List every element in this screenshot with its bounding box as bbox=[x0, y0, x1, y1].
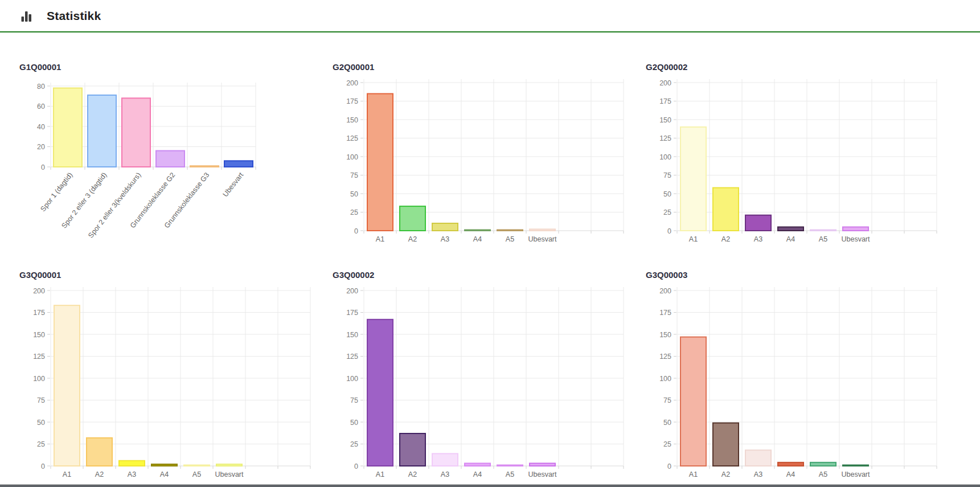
svg-text:100: 100 bbox=[659, 153, 671, 161]
chart-canvas-G2Q00001: 0255075100125150175200A1A2A3A4A5Ubesvart bbox=[333, 76, 629, 247]
x-label-G2Q00002-A3: A3 bbox=[754, 235, 762, 243]
svg-text:100: 100 bbox=[346, 153, 358, 161]
svg-text:125: 125 bbox=[33, 353, 45, 361]
statistics-content: G1Q00001020406080Spor 1 (dagtid)Spor 2 e… bbox=[0, 32, 980, 482]
bar-G3Q00003-A1 bbox=[680, 337, 706, 466]
x-label-G2Q00002-Ubesvart: Ubesvart bbox=[841, 235, 870, 243]
svg-text:125: 125 bbox=[659, 353, 671, 361]
bar-chart-icon bbox=[19, 9, 33, 23]
svg-text:0: 0 bbox=[667, 463, 671, 470]
x-label-G3Q00002-A5: A5 bbox=[506, 470, 514, 478]
bar-G3Q00001-A2 bbox=[87, 438, 112, 466]
bar-G2Q00002-A1 bbox=[680, 127, 706, 231]
x-label-G3Q00003-A4: A4 bbox=[786, 470, 795, 478]
bar-G1Q00001-Spor 2 eller 3 (dagtid) bbox=[88, 95, 116, 167]
bar-G3Q00002-A4 bbox=[465, 463, 490, 466]
x-label-G3Q00002-A2: A2 bbox=[408, 470, 417, 478]
svg-text:75: 75 bbox=[663, 396, 671, 404]
x-label-G2Q00001-A4: A4 bbox=[473, 235, 482, 243]
bar-G2Q00001-A4 bbox=[465, 230, 490, 231]
x-label-G2Q00002-A2: A2 bbox=[721, 235, 730, 243]
chart-title: G3Q00002 bbox=[333, 270, 629, 284]
svg-text:200: 200 bbox=[659, 79, 671, 87]
svg-text:75: 75 bbox=[350, 396, 358, 404]
svg-text:50: 50 bbox=[663, 419, 671, 427]
bar-G3Q00003-A4 bbox=[778, 463, 803, 466]
chart-canvas-G2Q00002: 0255075100125150175200A1A2A3A4A5Ubesvart bbox=[646, 76, 942, 247]
x-label-G3Q00003-A5: A5 bbox=[819, 470, 827, 478]
x-label-G3Q00002-Ubesvart: Ubesvart bbox=[528, 470, 557, 478]
app-header: Statistikk bbox=[0, 0, 980, 32]
charts-grid: G1Q00001020406080Spor 1 (dagtid)Spor 2 e… bbox=[19, 62, 980, 482]
svg-text:175: 175 bbox=[346, 309, 358, 317]
chart-canvas-G1Q00001: 020406080Spor 1 (dagtid)Spor 2 eller 3 (… bbox=[19, 76, 315, 249]
bar-G3Q00002-A1 bbox=[367, 320, 393, 466]
bar-G3Q00002-A3 bbox=[432, 453, 458, 466]
bar-G3Q00001-Ubesvart bbox=[216, 464, 242, 466]
svg-text:50: 50 bbox=[663, 190, 671, 198]
bar-G2Q00001-Ubesvart bbox=[530, 229, 555, 231]
svg-text:25: 25 bbox=[350, 440, 358, 448]
svg-text:0: 0 bbox=[41, 163, 45, 171]
chart-title: G3Q00003 bbox=[646, 270, 942, 284]
chart-title: G2Q00001 bbox=[333, 62, 629, 76]
x-label-G3Q00001-Ubesvart: Ubesvart bbox=[215, 470, 244, 478]
svg-text:50: 50 bbox=[350, 190, 358, 198]
x-label-G3Q00003-A1: A1 bbox=[689, 470, 698, 478]
svg-text:40: 40 bbox=[37, 123, 45, 131]
bar-G1Q00001-Spor 2 eller 3(kveldskurs) bbox=[122, 98, 150, 167]
svg-text:75: 75 bbox=[37, 396, 45, 404]
svg-text:0: 0 bbox=[667, 227, 671, 235]
x-label-G3Q00001-A1: A1 bbox=[63, 470, 71, 478]
svg-text:0: 0 bbox=[354, 227, 358, 235]
svg-text:75: 75 bbox=[663, 171, 671, 179]
svg-text:200: 200 bbox=[346, 287, 358, 295]
svg-text:200: 200 bbox=[659, 287, 671, 295]
svg-text:175: 175 bbox=[346, 97, 358, 105]
x-label-G2Q00001-A5: A5 bbox=[506, 235, 514, 243]
chart-title: G2Q00002 bbox=[646, 62, 942, 76]
x-label-G3Q00001-A5: A5 bbox=[192, 470, 201, 478]
bar-G1Q00001-Ubesvart bbox=[224, 161, 253, 167]
x-label-G2Q00001-Ubesvart: Ubesvart bbox=[528, 235, 557, 243]
svg-text:175: 175 bbox=[659, 97, 671, 105]
x-label-G3Q00003-A3: A3 bbox=[754, 470, 762, 478]
bar-G2Q00001-A2 bbox=[400, 206, 425, 231]
svg-text:175: 175 bbox=[33, 309, 45, 317]
svg-text:25: 25 bbox=[663, 208, 671, 216]
chart-card-G2Q00001: G2Q000010255075100125150175200A1A2A3A4A5… bbox=[333, 62, 629, 249]
bar-G3Q00002-Ubesvart bbox=[530, 463, 555, 466]
svg-text:50: 50 bbox=[37, 419, 45, 427]
svg-text:125: 125 bbox=[346, 353, 358, 361]
svg-text:20: 20 bbox=[37, 143, 45, 151]
x-label-G2Q00001-A1: A1 bbox=[376, 235, 384, 243]
svg-text:50: 50 bbox=[350, 419, 358, 427]
bar-G3Q00003-Ubesvart bbox=[843, 465, 868, 466]
x-label-G2Q00002-A5: A5 bbox=[819, 235, 827, 243]
svg-text:100: 100 bbox=[33, 375, 45, 383]
svg-text:0: 0 bbox=[354, 463, 358, 470]
svg-text:80: 80 bbox=[37, 83, 45, 91]
svg-text:0: 0 bbox=[41, 463, 45, 470]
x-label-G2Q00002-A1: A1 bbox=[689, 235, 698, 243]
svg-text:150: 150 bbox=[659, 331, 671, 339]
x-label-G2Q00001-A2: A2 bbox=[408, 235, 417, 243]
chart-canvas-G3Q00003: 0255075100125150175200A1A2A3A4A5Ubesvart bbox=[646, 284, 942, 482]
svg-text:200: 200 bbox=[33, 287, 45, 295]
svg-text:150: 150 bbox=[346, 116, 358, 124]
bar-G3Q00001-A3 bbox=[119, 461, 145, 466]
x-label-G3Q00002-A3: A3 bbox=[441, 470, 449, 478]
x-label-G3Q00001-A4: A4 bbox=[160, 470, 169, 478]
x-label-G1Q00001-Ubesvart: Ubesvart bbox=[222, 171, 245, 198]
x-label-G2Q00001-A3: A3 bbox=[441, 235, 449, 243]
svg-text:150: 150 bbox=[346, 331, 358, 339]
chart-card-G1Q00001: G1Q00001020406080Spor 1 (dagtid)Spor 2 e… bbox=[19, 62, 315, 249]
bar-G2Q00002-A2 bbox=[713, 188, 739, 231]
svg-text:25: 25 bbox=[350, 208, 358, 216]
x-label-G3Q00003-A2: A2 bbox=[721, 470, 730, 478]
bar-G2Q00001-A5 bbox=[497, 230, 523, 231]
x-label-G3Q00001-A2: A2 bbox=[95, 470, 104, 478]
bar-G1Q00001-Grunnskoleklasse G3 bbox=[190, 166, 219, 167]
bar-G1Q00001-Spor 1 (dagtid) bbox=[54, 88, 82, 167]
bar-G2Q00001-A1 bbox=[367, 94, 393, 231]
